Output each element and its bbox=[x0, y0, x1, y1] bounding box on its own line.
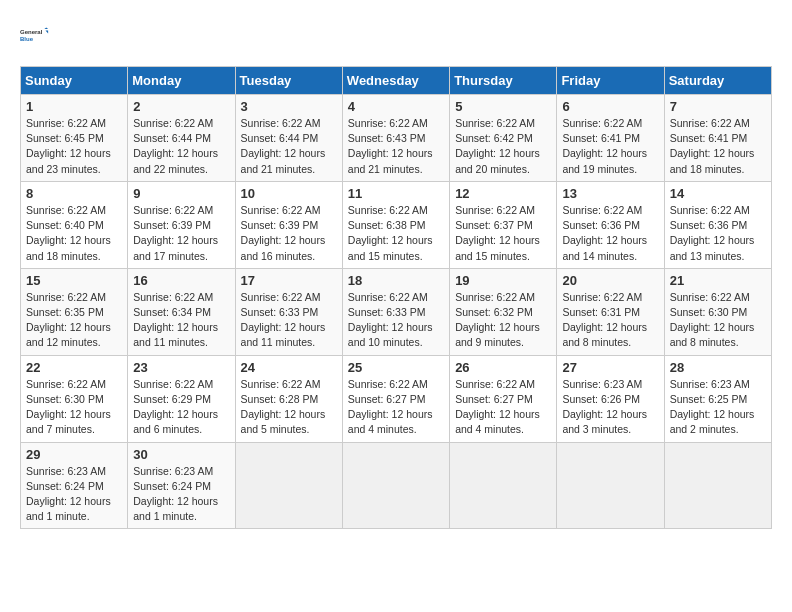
day-detail: Sunrise: 6:22 AMSunset: 6:39 PMDaylight:… bbox=[133, 203, 229, 264]
calendar-body: 1Sunrise: 6:22 AMSunset: 6:45 PMDaylight… bbox=[21, 95, 772, 529]
day-number: 27 bbox=[562, 360, 658, 375]
day-number: 15 bbox=[26, 273, 122, 288]
day-detail: Sunrise: 6:22 AMSunset: 6:40 PMDaylight:… bbox=[26, 203, 122, 264]
calendar-cell-empty-4-3 bbox=[342, 442, 449, 529]
calendar-cell-16: 16Sunrise: 6:22 AMSunset: 6:34 PMDayligh… bbox=[128, 268, 235, 355]
day-number: 22 bbox=[26, 360, 122, 375]
day-number: 24 bbox=[241, 360, 337, 375]
calendar-table: SundayMondayTuesdayWednesdayThursdayFrid… bbox=[20, 66, 772, 529]
day-number: 29 bbox=[26, 447, 122, 462]
calendar-cell-29: 29Sunrise: 6:23 AMSunset: 6:24 PMDayligh… bbox=[21, 442, 128, 529]
day-detail: Sunrise: 6:22 AMSunset: 6:34 PMDaylight:… bbox=[133, 290, 229, 351]
calendar-cell-2: 2Sunrise: 6:22 AMSunset: 6:44 PMDaylight… bbox=[128, 95, 235, 182]
svg-text:General: General bbox=[20, 29, 43, 35]
calendar-cell-28: 28Sunrise: 6:23 AMSunset: 6:25 PMDayligh… bbox=[664, 355, 771, 442]
day-number: 14 bbox=[670, 186, 766, 201]
calendar-cell-empty-4-6 bbox=[664, 442, 771, 529]
day-detail: Sunrise: 6:23 AMSunset: 6:25 PMDaylight:… bbox=[670, 377, 766, 438]
calendar-cell-23: 23Sunrise: 6:22 AMSunset: 6:29 PMDayligh… bbox=[128, 355, 235, 442]
weekday-header-sunday: Sunday bbox=[21, 67, 128, 95]
day-detail: Sunrise: 6:22 AMSunset: 6:38 PMDaylight:… bbox=[348, 203, 444, 264]
calendar-week-1: 8Sunrise: 6:22 AMSunset: 6:40 PMDaylight… bbox=[21, 181, 772, 268]
calendar-cell-24: 24Sunrise: 6:22 AMSunset: 6:28 PMDayligh… bbox=[235, 355, 342, 442]
day-number: 2 bbox=[133, 99, 229, 114]
calendar-cell-30: 30Sunrise: 6:23 AMSunset: 6:24 PMDayligh… bbox=[128, 442, 235, 529]
calendar-cell-3: 3Sunrise: 6:22 AMSunset: 6:44 PMDaylight… bbox=[235, 95, 342, 182]
day-number: 23 bbox=[133, 360, 229, 375]
day-detail: Sunrise: 6:23 AMSunset: 6:24 PMDaylight:… bbox=[133, 464, 229, 525]
day-number: 9 bbox=[133, 186, 229, 201]
day-detail: Sunrise: 6:22 AMSunset: 6:27 PMDaylight:… bbox=[348, 377, 444, 438]
day-number: 26 bbox=[455, 360, 551, 375]
calendar-cell-11: 11Sunrise: 6:22 AMSunset: 6:38 PMDayligh… bbox=[342, 181, 449, 268]
day-detail: Sunrise: 6:22 AMSunset: 6:28 PMDaylight:… bbox=[241, 377, 337, 438]
day-detail: Sunrise: 6:23 AMSunset: 6:24 PMDaylight:… bbox=[26, 464, 122, 525]
calendar-cell-empty-4-5 bbox=[557, 442, 664, 529]
day-number: 16 bbox=[133, 273, 229, 288]
day-number: 17 bbox=[241, 273, 337, 288]
day-number: 12 bbox=[455, 186, 551, 201]
calendar-cell-1: 1Sunrise: 6:22 AMSunset: 6:45 PMDaylight… bbox=[21, 95, 128, 182]
page-header: GeneralBlue bbox=[20, 20, 772, 50]
logo: GeneralBlue bbox=[20, 20, 50, 50]
calendar-week-4: 29Sunrise: 6:23 AMSunset: 6:24 PMDayligh… bbox=[21, 442, 772, 529]
day-number: 20 bbox=[562, 273, 658, 288]
day-detail: Sunrise: 6:23 AMSunset: 6:26 PMDaylight:… bbox=[562, 377, 658, 438]
day-detail: Sunrise: 6:22 AMSunset: 6:39 PMDaylight:… bbox=[241, 203, 337, 264]
svg-marker-3 bbox=[46, 31, 49, 34]
day-number: 28 bbox=[670, 360, 766, 375]
calendar-cell-empty-4-2 bbox=[235, 442, 342, 529]
day-number: 10 bbox=[241, 186, 337, 201]
day-number: 6 bbox=[562, 99, 658, 114]
day-number: 13 bbox=[562, 186, 658, 201]
day-detail: Sunrise: 6:22 AMSunset: 6:41 PMDaylight:… bbox=[670, 116, 766, 177]
calendar-cell-19: 19Sunrise: 6:22 AMSunset: 6:32 PMDayligh… bbox=[450, 268, 557, 355]
day-detail: Sunrise: 6:22 AMSunset: 6:36 PMDaylight:… bbox=[670, 203, 766, 264]
calendar-cell-18: 18Sunrise: 6:22 AMSunset: 6:33 PMDayligh… bbox=[342, 268, 449, 355]
svg-marker-2 bbox=[44, 28, 48, 30]
svg-text:Blue: Blue bbox=[20, 36, 34, 42]
day-number: 5 bbox=[455, 99, 551, 114]
day-number: 4 bbox=[348, 99, 444, 114]
day-detail: Sunrise: 6:22 AMSunset: 6:41 PMDaylight:… bbox=[562, 116, 658, 177]
calendar-cell-14: 14Sunrise: 6:22 AMSunset: 6:36 PMDayligh… bbox=[664, 181, 771, 268]
day-detail: Sunrise: 6:22 AMSunset: 6:31 PMDaylight:… bbox=[562, 290, 658, 351]
calendar-cell-8: 8Sunrise: 6:22 AMSunset: 6:40 PMDaylight… bbox=[21, 181, 128, 268]
day-number: 1 bbox=[26, 99, 122, 114]
weekday-header-wednesday: Wednesday bbox=[342, 67, 449, 95]
weekday-header-row: SundayMondayTuesdayWednesdayThursdayFrid… bbox=[21, 67, 772, 95]
calendar-cell-empty-4-4 bbox=[450, 442, 557, 529]
day-detail: Sunrise: 6:22 AMSunset: 6:45 PMDaylight:… bbox=[26, 116, 122, 177]
calendar-cell-6: 6Sunrise: 6:22 AMSunset: 6:41 PMDaylight… bbox=[557, 95, 664, 182]
day-number: 25 bbox=[348, 360, 444, 375]
calendar-cell-4: 4Sunrise: 6:22 AMSunset: 6:43 PMDaylight… bbox=[342, 95, 449, 182]
calendar-cell-10: 10Sunrise: 6:22 AMSunset: 6:39 PMDayligh… bbox=[235, 181, 342, 268]
calendar-cell-17: 17Sunrise: 6:22 AMSunset: 6:33 PMDayligh… bbox=[235, 268, 342, 355]
calendar-cell-12: 12Sunrise: 6:22 AMSunset: 6:37 PMDayligh… bbox=[450, 181, 557, 268]
day-detail: Sunrise: 6:22 AMSunset: 6:36 PMDaylight:… bbox=[562, 203, 658, 264]
calendar-week-3: 22Sunrise: 6:22 AMSunset: 6:30 PMDayligh… bbox=[21, 355, 772, 442]
day-number: 11 bbox=[348, 186, 444, 201]
weekday-header-tuesday: Tuesday bbox=[235, 67, 342, 95]
day-detail: Sunrise: 6:22 AMSunset: 6:27 PMDaylight:… bbox=[455, 377, 551, 438]
day-detail: Sunrise: 6:22 AMSunset: 6:32 PMDaylight:… bbox=[455, 290, 551, 351]
day-number: 30 bbox=[133, 447, 229, 462]
day-detail: Sunrise: 6:22 AMSunset: 6:30 PMDaylight:… bbox=[670, 290, 766, 351]
day-number: 19 bbox=[455, 273, 551, 288]
weekday-header-thursday: Thursday bbox=[450, 67, 557, 95]
calendar-cell-27: 27Sunrise: 6:23 AMSunset: 6:26 PMDayligh… bbox=[557, 355, 664, 442]
calendar-cell-26: 26Sunrise: 6:22 AMSunset: 6:27 PMDayligh… bbox=[450, 355, 557, 442]
calendar-cell-25: 25Sunrise: 6:22 AMSunset: 6:27 PMDayligh… bbox=[342, 355, 449, 442]
day-detail: Sunrise: 6:22 AMSunset: 6:30 PMDaylight:… bbox=[26, 377, 122, 438]
calendar-cell-20: 20Sunrise: 6:22 AMSunset: 6:31 PMDayligh… bbox=[557, 268, 664, 355]
weekday-header-saturday: Saturday bbox=[664, 67, 771, 95]
day-detail: Sunrise: 6:22 AMSunset: 6:43 PMDaylight:… bbox=[348, 116, 444, 177]
day-detail: Sunrise: 6:22 AMSunset: 6:37 PMDaylight:… bbox=[455, 203, 551, 264]
day-number: 3 bbox=[241, 99, 337, 114]
calendar-week-0: 1Sunrise: 6:22 AMSunset: 6:45 PMDaylight… bbox=[21, 95, 772, 182]
day-number: 21 bbox=[670, 273, 766, 288]
calendar-cell-7: 7Sunrise: 6:22 AMSunset: 6:41 PMDaylight… bbox=[664, 95, 771, 182]
day-detail: Sunrise: 6:22 AMSunset: 6:35 PMDaylight:… bbox=[26, 290, 122, 351]
calendar-cell-5: 5Sunrise: 6:22 AMSunset: 6:42 PMDaylight… bbox=[450, 95, 557, 182]
day-detail: Sunrise: 6:22 AMSunset: 6:44 PMDaylight:… bbox=[133, 116, 229, 177]
